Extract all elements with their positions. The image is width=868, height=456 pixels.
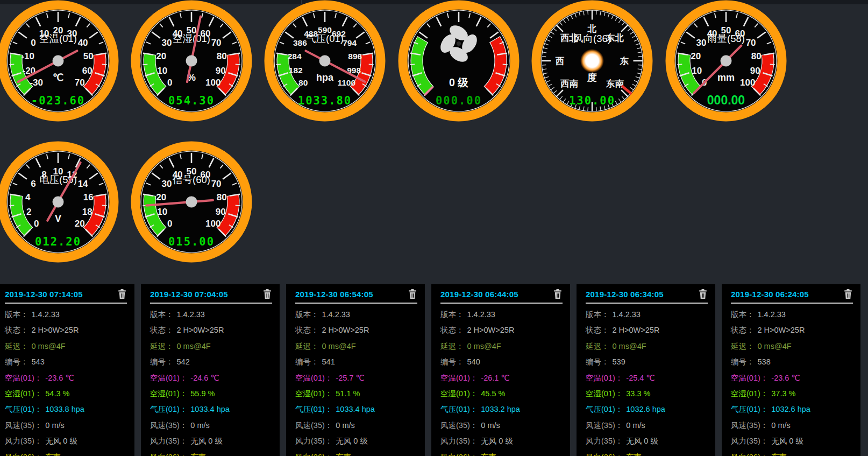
data-row: 状态：2 H>0W>25R [440, 322, 570, 338]
row-value: 0 ms@4F [613, 342, 646, 350]
row-label: 风向(36)： [586, 453, 623, 456]
data-row: 气压(01)：1033.2 hpa [440, 402, 570, 417]
fine-tick [638, 57, 643, 57]
needle-hub [52, 55, 63, 67]
tick-label: 4 [25, 192, 30, 202]
tick-label: 0 [33, 219, 38, 229]
tick-label: 794 [343, 38, 357, 47]
row-label: 空湿(01)： [295, 389, 332, 398]
tick-label: 60 [82, 66, 92, 76]
record-card: 2019-12-30 07:14:05版本：1.4.2.33状态：2 H>0W>… [0, 284, 134, 456]
gauge-unit: ℃ [52, 72, 63, 83]
fine-tick [638, 65, 643, 66]
tick-label: 90 [216, 66, 226, 76]
row-value: 2 H>0W>25R [177, 326, 224, 334]
data-row: 延迟：0 ms@4F [731, 339, 860, 354]
row-label: 编号： [150, 357, 174, 366]
row-label: 编号： [5, 357, 29, 366]
tick-label: 80 [217, 51, 227, 61]
data-row: 气压(01)：1033.8 hpa [5, 402, 134, 417]
fine-tick [596, 107, 597, 111]
row-value: -25.7 ℃ [336, 374, 364, 382]
data-row: 风速(35)：0 m/s [5, 418, 134, 433]
row-label: 状态： [731, 326, 755, 334]
delete-record-button[interactable] [408, 289, 417, 299]
data-row: 编号：539 [586, 354, 715, 370]
air-humidity-gauge: 0102030405060708090100空湿(01)%054.30 [130, 0, 253, 122]
minor-tick [102, 205, 106, 206]
needle-hub [319, 55, 331, 67]
row-value: 54.3 % [45, 389, 69, 398]
delete-record-button[interactable] [117, 289, 127, 299]
data-row: 延迟：0 ms@4F [150, 339, 280, 354]
data-row: 空温(01)：-23.6 ℃ [731, 370, 860, 386]
row-value: 0 m/s [190, 421, 209, 430]
minor-tick [143, 64, 147, 65]
tick-label: 70 [211, 38, 222, 48]
card-rows: 版本：1.4.2.33状态：2 H>0W>25R延迟：0 ms@4F编号：540… [431, 304, 570, 456]
minor-tick [677, 64, 682, 65]
gauge-title: 雨量(58) [707, 33, 745, 44]
compass-orb [580, 49, 604, 73]
row-label: 气压(01)： [586, 405, 623, 413]
tick-label: 40 [77, 38, 88, 48]
row-label: 空温(01)： [5, 374, 42, 382]
fan-level-text: 0 级 [449, 76, 468, 88]
tick-label: 10 [692, 66, 702, 76]
minor-tick [236, 64, 240, 65]
row-label: 风速(35)： [440, 421, 478, 430]
digital-display: 1033.80 [298, 94, 352, 107]
row-label: 气压(01)： [295, 405, 332, 413]
data-row: 风速(35)：0 m/s [150, 418, 280, 433]
data-row: 气压(01)：1033.4 hpa [150, 402, 280, 417]
delete-record-button[interactable] [698, 289, 708, 299]
delete-record-button[interactable] [553, 289, 563, 299]
row-label: 空湿(01)： [586, 389, 623, 398]
row-value: 0 ms@4F [467, 342, 501, 350]
compass-direction-label: 北 [587, 24, 597, 33]
row-label: 延迟： [731, 342, 755, 350]
data-row: 空湿(01)：37.3 % [731, 386, 860, 402]
row-value: -24.6 ℃ [190, 374, 219, 382]
row-label: 风力(35)： [295, 437, 332, 445]
tick-label: -10 [21, 51, 34, 61]
data-row: 版本：1.4.2.33 [295, 307, 425, 322]
needle-hub [52, 197, 63, 208]
row-value: 东南 [45, 453, 61, 456]
delete-record-button[interactable] [262, 289, 272, 299]
row-value: 无风 0 级 [626, 437, 658, 445]
trash-icon [408, 289, 417, 299]
data-row: 延迟：0 ms@4F [586, 339, 715, 354]
row-value: 1033.8 hpa [45, 405, 84, 413]
row-label: 延迟： [440, 342, 464, 350]
row-value: 45.5 % [481, 389, 505, 398]
row-label: 空温(01)： [295, 374, 332, 382]
row-value: 2 H>0W>25R [613, 326, 660, 334]
data-row: 状态：2 H>0W>25R [5, 322, 134, 338]
delete-record-button[interactable] [843, 289, 853, 299]
row-label: 状态： [5, 326, 29, 334]
minor-tick [236, 205, 240, 206]
wind-speed-fan-gauge: 0 级000.00 [397, 0, 520, 122]
row-value: 0 m/s [626, 421, 645, 430]
row-label: 空湿(01)： [150, 389, 187, 398]
row-value: 543 [32, 357, 45, 366]
row-value: 1.4.2.33 [177, 310, 205, 319]
data-row: 风速(35)：0 m/s [295, 418, 425, 433]
row-label: 编号： [440, 357, 464, 366]
tick-label: 182 [289, 66, 303, 75]
digital-display: -023.60 [31, 94, 84, 107]
row-value: 539 [613, 357, 625, 366]
gauge-title: 风向(36) [573, 33, 611, 44]
tick-label: 30 [161, 38, 172, 48]
record-card: 2019-12-30 06:24:05版本：1.4.2.33状态：2 H>0W>… [722, 284, 860, 456]
trash-icon [698, 289, 708, 299]
row-label: 风力(35)： [586, 437, 623, 445]
minor-tick [102, 64, 106, 65]
row-label: 状态： [295, 326, 319, 334]
tick-label: 20 [156, 51, 166, 61]
row-value: 1.4.2.33 [758, 310, 786, 319]
row-value: 0 m/s [771, 421, 790, 430]
rainfall-gauge: 0102030405060708090100雨量(58)mm000.00 [665, 0, 787, 122]
row-label: 编号： [295, 357, 319, 366]
